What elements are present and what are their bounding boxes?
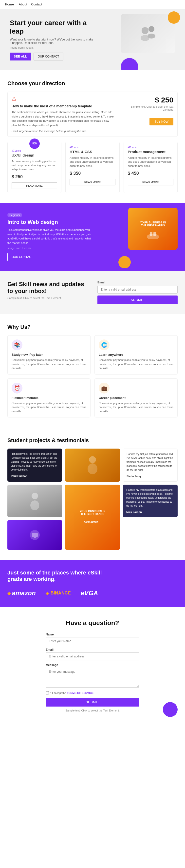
course-title-0: UX/UI design (11, 153, 57, 157)
intro-description: This comprehensive webinar gives you the… (7, 228, 91, 245)
course-tag-0: #Course (11, 149, 57, 152)
why-item-desc-2: Convenient payment plans enable you to d… (11, 401, 86, 413)
hero-section: Start your career with a leap Want your … (0, 9, 185, 70)
svg-point-8 (88, 463, 97, 474)
hero-circle-orange (168, 11, 180, 24)
intro-badge: Beginner (7, 213, 22, 217)
newsletter-form: Email SUBMIT (97, 281, 178, 304)
intro-hands-icon (146, 229, 160, 239)
amazon-logo: ◆ amazon (7, 589, 36, 597)
hero-circle-purple (121, 58, 138, 70)
course-price-0: $ 250 (11, 174, 57, 180)
terms-row: * I accept the TERMS OF SERVICE (45, 691, 140, 694)
course-tag-1: #Course (69, 146, 115, 149)
course-read-more-1[interactable]: READ MORE (69, 179, 115, 185)
name-input[interactable] (45, 637, 140, 645)
svg-point-9 (32, 493, 38, 499)
name-form-group: Name (45, 633, 140, 645)
course-read-more-2[interactable]: READ MORE (128, 179, 174, 185)
membership-right: $ 250 Sample text. Click to select the T… (118, 96, 174, 125)
testimonial-image-woman-icon (29, 491, 41, 511)
contact-submit-button[interactable]: SUBMIT (45, 698, 140, 707)
testimonial-author-5: Nick Larson (126, 510, 142, 514)
course-price-1: $ 350 (69, 171, 115, 176)
membership-title: How to make the most of a membership tem… (11, 104, 114, 108)
membership-box: ⚠ How to make the most of a membership t… (7, 92, 178, 136)
svg-point-0 (142, 27, 149, 34)
nav-contact[interactable]: Contact (31, 2, 42, 6)
membership-price: $ 250 (122, 96, 174, 104)
course-card-2: #Course Product management Acquire maste… (124, 142, 178, 193)
svg-rect-13 (32, 533, 38, 537)
why-card-0: 📚 Study now. Pay later Convenient paymen… (7, 335, 91, 374)
course-price-2: $ 450 (128, 171, 174, 176)
hero-credit-link[interactable]: Freepik (24, 46, 34, 49)
nav-logo[interactable]: Home (5, 2, 14, 6)
terms-checkbox[interactable] (45, 691, 49, 694)
contact-sample-text: Sample text. Click to select the Text El… (45, 709, 140, 712)
contact-form: Name Email Message * I accept the TERMS … (45, 633, 140, 712)
hero-image-credit: Image from Freepik (10, 46, 94, 49)
course-title-1: HTML & CSS (69, 150, 115, 154)
course-card-1: #Course HTML & CSS Acquire mastery in le… (65, 142, 119, 193)
course-description-0: Acquire mastery in leading platforms and… (11, 159, 57, 172)
svg-point-10 (30, 500, 39, 510)
testimonial-card-2: I landed my first job before graduation … (123, 448, 178, 482)
hero-see-all-button[interactable]: SEE ALL (10, 53, 31, 60)
binance-icon: ◆ (45, 591, 49, 596)
courses-grid: -50% #Course UX/UI design Acquire master… (7, 142, 178, 193)
nav-links: About Contact (19, 2, 42, 6)
testimonial-card-5: I landed my first job before graduation … (123, 485, 178, 517)
course-card-0: -50% #Course UX/UI design Acquire master… (7, 142, 61, 193)
why-card-3: 💼 Career placement Convenient payment pl… (94, 378, 178, 418)
why-icon-1: 🌐 (99, 339, 110, 350)
svg-point-2 (149, 26, 154, 32)
message-form-group: Message (45, 663, 140, 688)
partners-section: Just some of the places where eSkill gra… (0, 560, 185, 607)
hero-image (121, 14, 175, 53)
why-item-desc-0: Convenient payment plans enable you to d… (11, 358, 86, 370)
intro-image: YOUR BUSINESS INTHE BEST HANDS (128, 208, 178, 250)
testimonial-text-0: I landed my first job before graduation … (11, 452, 59, 472)
message-input[interactable] (45, 668, 140, 687)
intro-content: Beginner Intro to Web design This compre… (7, 213, 91, 261)
svg-text:digitalBrand: digitalBrand (84, 521, 98, 523)
email-input[interactable] (45, 652, 140, 660)
email-label: Email (45, 648, 140, 651)
intro-image-text: YOUR BUSINESS INTHE BEST HANDS (137, 218, 168, 229)
testimonial-text-2: I landed my first job before graduation … (127, 452, 174, 472)
course-description-2: Acquire mastery in leading platforms and… (128, 156, 174, 168)
warning-icon: ⚠ (11, 96, 114, 102)
testimonial-image-person-icon (85, 455, 100, 475)
terms-link[interactable]: TERMS OF SERVICE (67, 691, 93, 694)
testimonial-image-tech-icon (27, 528, 42, 542)
nav-about[interactable]: About (19, 2, 27, 6)
message-label: Message (45, 663, 140, 667)
newsletter-submit-button[interactable]: SUBMIT (97, 296, 178, 304)
newsletter-email-input[interactable] (97, 286, 178, 293)
svg-point-3 (148, 34, 155, 38)
testimonial-author-0: Paul Hudson (11, 474, 27, 477)
testimonials-section: Student projects & testimonials I landed… (0, 427, 185, 560)
why-title: Why Us? (7, 324, 178, 330)
contact-float-circle (163, 702, 178, 717)
intro-title: Intro to Web design (7, 219, 91, 225)
testimonial-logo-icon: digitalBrand (83, 518, 102, 525)
course-discount-badge-0: -50% (29, 138, 40, 149)
testimonial-spacer (123, 520, 178, 550)
svg-rect-6 (153, 232, 156, 236)
buy-now-button[interactable]: BUY NOW (150, 118, 174, 125)
testimonials-title: Student projects & testimonials (7, 437, 178, 444)
why-item-desc-3: Convenient payment plans enable you to d… (99, 401, 174, 413)
hero-contact-button[interactable]: OUR CONTACT (34, 53, 63, 60)
choose-section: Choose your direction ⚠ How to make the … (0, 70, 185, 203)
intro-circle-orange (118, 256, 131, 268)
choose-title: Choose your direction (7, 80, 178, 87)
intro-image-credit: Image from Freepik (7, 247, 91, 250)
testimonial-card-6 (7, 520, 62, 550)
course-title-2: Product management (128, 150, 174, 154)
contact-title: Have a question? (7, 619, 178, 627)
course-tag-2: #Course (128, 146, 174, 149)
course-read-more-0[interactable]: READ MORE (11, 182, 57, 189)
intro-contact-button[interactable]: OUR CONTACT (7, 253, 37, 261)
